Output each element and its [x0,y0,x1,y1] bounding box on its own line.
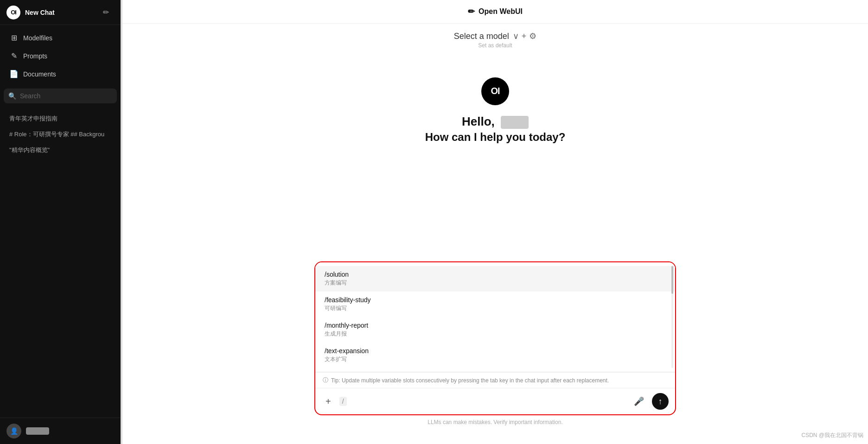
documents-icon: 📄 [9,70,19,78]
prompt-desc: 方案编写 [325,279,666,287]
edit-topbar-icon: ✏ [468,6,475,17]
add-model-icon[interactable]: + [522,32,527,41]
tip-text: Tip: Update multiple variable slots cons… [331,377,609,384]
input-container: /solution 方案编写 /feasibility-study 可研编写 /… [314,261,676,415]
add-button[interactable]: + [322,394,335,409]
prompt-cmd: /solution [325,271,666,278]
prompt-cmd: /monthly-report [325,322,666,329]
search-input[interactable] [20,92,112,100]
chat-input-area: /solution 方案编写 /feasibility-study 可研编写 /… [122,261,868,444]
model-selector-area: Select a model ∨ + ⚙ Set as default [122,24,868,52]
user-name-blurred [501,116,529,129]
brand-name: Open WebUI [479,7,523,16]
prompt-item-solution[interactable]: /solution 方案编写 [315,266,675,292]
chat-history-item[interactable]: "精华内容概览" [3,142,118,158]
chat-history: 青年英才申报指南 # Role：可研撰号专家 ## Backgrou "精华内容… [0,107,121,418]
prompt-desc: 文本扩写 [325,355,666,363]
bottom-note: LLMs can make mistakes. Verify important… [428,419,562,425]
model-selector-icons: ∨ + ⚙ [513,31,537,41]
edit-icon[interactable]: ✏ [97,4,114,21]
prompt-desc: 生成月报 [325,330,666,338]
chat-history-item[interactable]: # Role：可研撰号专家 ## Backgrou [3,127,118,142]
tip-icon: ⓘ [323,376,328,384]
prompt-dropdown: /solution 方案编写 /feasibility-study 可研编写 /… [315,262,675,372]
model-selector[interactable]: Select a model ∨ + ⚙ [454,31,537,41]
sidebar-item-modelfiles-label: Modelfiles [23,34,52,42]
search-icon: 🔍 [8,92,16,100]
input-row: + / 🎤 ↑ [315,388,675,414]
sidebar-footer: 👤 [0,418,121,444]
prompt-item-text-expansion[interactable]: /text-expansion 文本扩写 [315,343,675,368]
topbar: ✏ Open WebUI [122,0,868,24]
send-button[interactable]: ↑ [652,393,669,410]
sidebar-header-left: OI New Chat [6,6,55,19]
brand-label: ✏ Open WebUI [468,6,523,17]
search-box[interactable]: 🔍 [4,89,117,103]
slash-indicator: / [339,397,347,406]
avatar: 👤 [6,424,21,438]
greeting-subtext: How can I help you today? [425,131,566,144]
csdn-watermark: CSDN @我在北国不背锅 [801,431,863,439]
new-chat-label: New Chat [25,9,55,16]
brand-logo: OI [481,77,509,105]
prompts-icon: ✎ [9,51,19,60]
sidebar: OI New Chat ✏ ⊞ Modelfiles ✎ Prompts 📄 D… [0,0,121,444]
chat-history-item[interactable]: 青年英才申报指南 [3,111,118,127]
prompt-cmd: /text-expansion [325,347,666,355]
mic-button[interactable]: 🎤 [631,393,647,410]
modelfiles-icon: ⊞ [9,33,19,42]
sidebar-header: OI New Chat ✏ [0,0,121,25]
model-default-text: Set as default [478,42,512,49]
prompt-item-monthly-report[interactable]: /monthly-report 生成月报 [315,317,675,343]
gear-icon[interactable]: ⚙ [529,31,536,41]
username-blurred [26,427,49,435]
greeting-hello: Hello, [462,114,529,129]
chat-input[interactable] [351,398,626,405]
scrollbar-thumb[interactable] [671,266,673,294]
prompt-item-feasibility[interactable]: /feasibility-study 可研编写 [315,292,675,317]
sidebar-item-documents[interactable]: 📄 Documents [3,65,118,83]
model-selector-label: Select a model [454,32,509,41]
sidebar-item-documents-label: Documents [23,70,56,78]
prompt-cmd: /feasibility-study [325,296,666,304]
sidebar-item-modelfiles[interactable]: ⊞ Modelfiles [3,29,118,47]
logo-icon: OI [6,6,20,19]
tip-bar: ⓘ Tip: Update multiple variable slots co… [315,372,675,388]
scrollbar-track [671,266,673,368]
center-content: OI Hello, How can I help you today? [122,52,868,261]
chevron-down-icon[interactable]: ∨ [513,31,519,41]
mic-icon: 🎤 [634,396,644,406]
main-content: ✏ Open WebUI Select a model ∨ + ⚙ Set as… [122,0,868,444]
send-icon: ↑ [658,397,663,406]
sidebar-nav: ⊞ Modelfiles ✎ Prompts 📄 Documents [0,25,121,87]
prompt-desc: 可研编写 [325,304,666,312]
sidebar-item-prompts[interactable]: ✎ Prompts [3,47,118,65]
sidebar-item-prompts-label: Prompts [23,52,47,60]
